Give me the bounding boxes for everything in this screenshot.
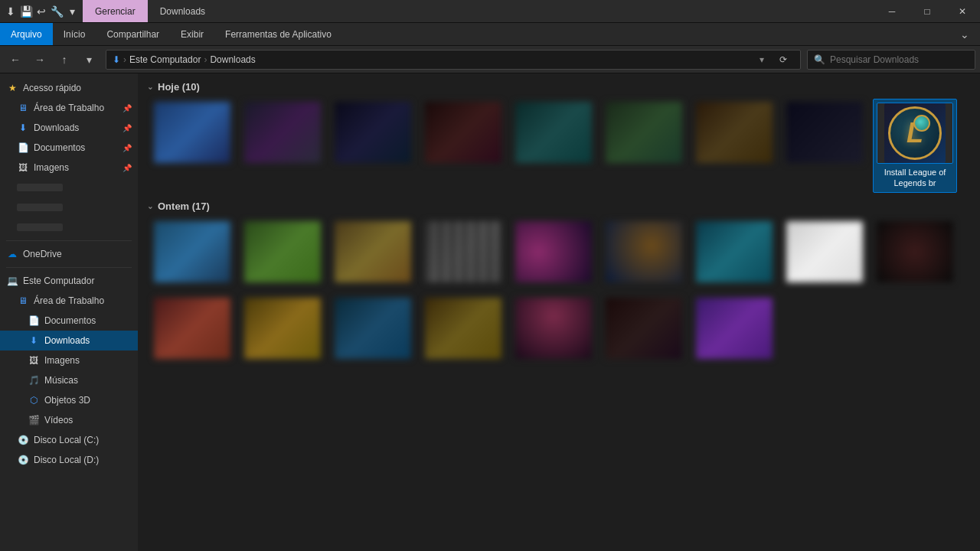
list-item[interactable] (150, 218, 234, 289)
file-thumb (154, 102, 230, 163)
list-item[interactable] (331, 218, 415, 289)
file-item[interactable] (331, 99, 415, 193)
list-item[interactable] (240, 218, 325, 289)
search-input[interactable] (830, 54, 969, 65)
sidebar-label-pc-3d: Objetos 3D (44, 395, 90, 406)
menu-inicio[interactable]: Início (53, 23, 96, 45)
list-item[interactable] (602, 218, 686, 289)
sidebar-label-desktop: Área de Trabalho (34, 103, 104, 113)
sidebar-label-pc: Este Computador (23, 276, 94, 286)
manage-tab[interactable]: Gerenciar (83, 0, 148, 22)
list-item[interactable] (511, 295, 596, 365)
list-item[interactable] (873, 218, 957, 289)
list-item[interactable] (692, 295, 776, 365)
menu-exibir[interactable]: Exibir (170, 23, 214, 45)
breadcrumb-computer[interactable]: Este Computador (129, 54, 201, 65)
back-button[interactable]: ← (5, 49, 26, 70)
music-icon: 🎵 (28, 374, 40, 386)
file-thumb (786, 221, 863, 282)
file-thumb (515, 298, 592, 359)
file-item[interactable] (240, 99, 325, 193)
maximize-button[interactable]: □ (910, 0, 945, 22)
list-item[interactable] (421, 218, 505, 289)
sidebar-item-documents[interactable]: 📄 Documentos 📌 (0, 138, 138, 158)
sidebar-label-downloads: Downloads (34, 122, 79, 133)
sidebar-item-pc-videos[interactable]: 🎬 Vídeos (0, 410, 138, 430)
sidebar-label-pc-videos: Vídeos (44, 415, 73, 425)
file-thumb (425, 298, 501, 359)
sidebar-item-pc-desktop[interactable]: 🖥 Área de Trabalho (0, 291, 138, 311)
breadcrumb-bar[interactable]: ⬇ › Este Computador › Downloads ▾ ⟳ (106, 50, 801, 70)
sidebar-item-pc-music[interactable]: 🎵 Músicas (0, 370, 138, 390)
sidebar-item-images[interactable]: 🖼 Imagens 📌 (0, 158, 138, 178)
sidebar-item-pc-images[interactable]: 🖼 Imagens (0, 350, 138, 370)
file-item[interactable] (421, 99, 505, 193)
sidebar-placeholder1[interactable] (0, 178, 138, 197)
sidebar-item-onedrive[interactable]: ☁ OneDrive (0, 244, 138, 264)
ribbon-chevron[interactable]: ⌄ (954, 24, 975, 45)
list-item[interactable] (782, 218, 867, 289)
file-thumb (606, 102, 682, 163)
list-item[interactable] (602, 295, 686, 365)
menu-arquivo[interactable]: Arquivo (0, 23, 53, 45)
file-item[interactable] (511, 99, 596, 193)
sidebar-item-pc-documents[interactable]: 📄 Documentos (0, 311, 138, 331)
date-label-today: Hoje (10) (158, 81, 200, 93)
files-grid-today: L Install League of Legends br (147, 99, 971, 193)
refresh-button[interactable]: ⟳ (773, 49, 794, 70)
file-item[interactable] (150, 99, 234, 193)
sidebar-placeholder2[interactable] (0, 197, 138, 217)
pc-img-icon: 🖼 (28, 354, 40, 367)
window-controls: ─ □ ✕ (874, 0, 980, 22)
list-item[interactable] (692, 218, 776, 289)
sidebar-item-quick-access[interactable]: ★ Acesso rápido (0, 78, 138, 98)
minimize-button[interactable]: ─ (874, 0, 910, 22)
file-thumb (877, 221, 953, 282)
sidebar-item-desktop[interactable]: 🖥 Área de Trabalho 📌 (0, 98, 138, 118)
tb-prop-icon[interactable]: 🔧 (51, 5, 63, 18)
file-item[interactable] (782, 99, 867, 193)
file-thumb (244, 102, 321, 163)
tb-undo-icon[interactable]: ↩ (35, 5, 47, 18)
breadcrumb-dropdown[interactable]: ▾ (754, 50, 769, 70)
date-header-today[interactable]: ⌄ Hoje (10) (147, 80, 971, 94)
file-item[interactable] (692, 99, 776, 193)
breadcrumb-downloads[interactable]: Downloads (210, 54, 255, 65)
sidebar-item-este-computador[interactable]: 💻 Este Computador (0, 271, 138, 291)
search-bar[interactable]: 🔍 (807, 50, 975, 70)
list-item[interactable] (150, 295, 234, 365)
sidebar-placeholder3[interactable] (0, 217, 138, 237)
list-item[interactable] (511, 218, 596, 289)
file-thumb (696, 298, 773, 359)
title-bar-left: ⬇ 💾 ↩ 🔧 ▾ (0, 0, 83, 22)
forward-button[interactable]: → (29, 49, 51, 70)
3d-icon: ⬡ (28, 394, 40, 406)
menu-ferramentas[interactable]: Ferramentas de Aplicativo (214, 23, 342, 45)
pc-download-icon: ⬇ (28, 334, 40, 347)
sidebar-item-diskd[interactable]: 💿 Disco Local (D:) (0, 450, 138, 470)
date-header-yesterday[interactable]: ⌄ Ontem (17) (147, 199, 971, 214)
recent-locations-button[interactable]: ▾ (78, 49, 100, 70)
file-thumb (425, 221, 501, 282)
sidebar: ★ Acesso rápido 🖥 Área de Trabalho 📌 ⬇ D… (0, 73, 138, 551)
list-item[interactable] (331, 295, 415, 365)
file-item-lol[interactable]: L Install League of Legends br (873, 99, 957, 193)
up-button[interactable]: ↑ (54, 49, 75, 70)
file-thumb (335, 102, 411, 163)
close-button[interactable]: ✕ (945, 0, 980, 22)
sidebar-item-diskc[interactable]: 💿 Disco Local (C:) (0, 430, 138, 450)
sidebar-label-onedrive: OneDrive (23, 249, 62, 259)
onedrive-icon: ☁ (6, 248, 18, 260)
desktop-icon: 🖥 (17, 102, 29, 114)
tb-save-icon[interactable]: 💾 (20, 5, 32, 18)
sidebar-item-pc-downloads[interactable]: ⬇ Downloads (0, 331, 138, 350)
pin-icon: 📌 (122, 104, 132, 112)
menu-compartilhar[interactable]: Compartilhar (96, 23, 170, 45)
list-item[interactable] (240, 295, 325, 365)
file-item[interactable] (602, 99, 686, 193)
sidebar-item-downloads[interactable]: ⬇ Downloads 📌 (0, 118, 138, 138)
list-item[interactable] (421, 295, 505, 365)
computer-icon: 💻 (6, 275, 18, 287)
tb-down-icon[interactable]: ▾ (66, 5, 78, 18)
sidebar-item-pc-3d[interactable]: ⬡ Objetos 3D (0, 390, 138, 410)
